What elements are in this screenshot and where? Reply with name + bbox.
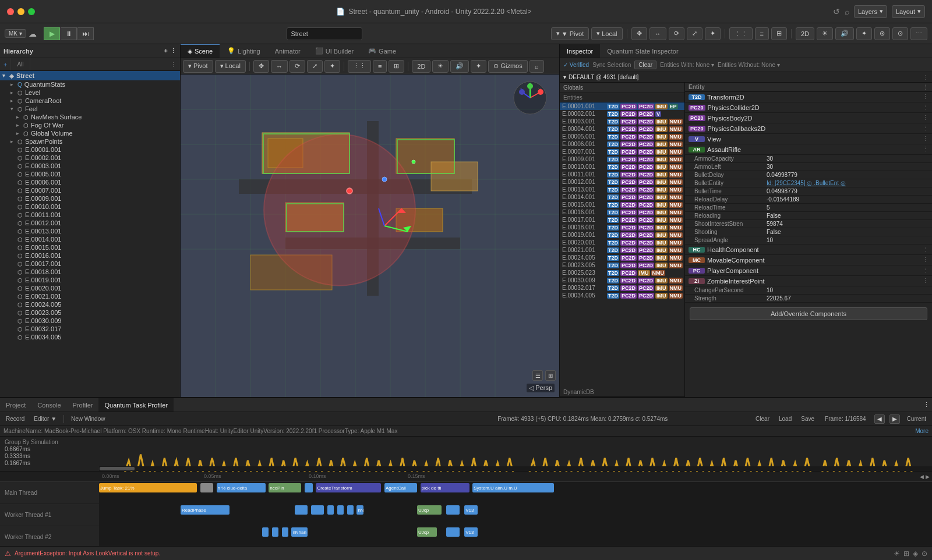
ruler-next-icon[interactable]: ▶ [926, 474, 930, 480]
scene-local-btn[interactable]: ▾ Local [215, 60, 246, 73]
prof-block-4[interactable]: UJcp [417, 527, 437, 537]
prof-block-0[interactable] [262, 527, 269, 537]
move-tool[interactable]: ✥ [631, 27, 647, 40]
tree-item-e00023[interactable]: ⬡ E.00023.005 [0, 309, 180, 317]
entity-row-25[interactable]: E.00034.005T2DPC2DPC2DIMUNMU [560, 292, 684, 299]
scene-tool-1[interactable]: ✥ [253, 60, 269, 73]
main-thread-content[interactable]: Jump Task: 21%n % clue-deltancoPinCreate… [99, 482, 932, 504]
scale-tool[interactable]: ⤢ [687, 27, 702, 40]
prof-block-1[interactable] [200, 483, 213, 492]
load-btn[interactable]: Load [776, 416, 794, 422]
scene-audio-btn[interactable]: 🔊 [450, 60, 469, 73]
scene-gizmos-btn[interactable]: ⊙ Gizmos [488, 60, 527, 73]
new-window-button[interactable]: New Window [69, 416, 107, 422]
more-comp-more-1[interactable]: ⋮ [922, 256, 929, 264]
prof-block-9[interactable]: V13 [464, 505, 477, 515]
entity-row-9[interactable]: E.00011.001T2DPC2DPC2DIMUNMU [560, 171, 684, 178]
layout-dropdown[interactable]: Layout ▾ [892, 5, 925, 18]
prof-block-2[interactable]: n % clue-delta [217, 483, 266, 492]
scene-grid-btn[interactable]: ⋮⋮ [348, 60, 371, 73]
entity-row-22[interactable]: E.00025.023T2DPC2DIMUNMU [560, 269, 684, 277]
entity-row-4[interactable]: E.00005.001T2DPC2DPC2DIMUNMU [560, 133, 684, 140]
cloud-icon[interactable]: ☁ [29, 29, 37, 38]
entity-row-0[interactable]: E.00001.001T2DPC2DPC2DIMUEP [560, 102, 684, 110]
graph-scrollbar[interactable] [99, 466, 932, 471]
tree-item-level[interactable]: ▸ ⬡ Level [0, 88, 180, 97]
entity-row-19[interactable]: E.00021.001T2DPC2DPC2DIMUNMU [560, 246, 684, 254]
prof-block-4[interactable] [305, 483, 313, 492]
search-icon[interactable]: ⌕ [845, 7, 849, 16]
prof-block-3[interactable]: ncoPin [269, 483, 301, 492]
tree-item-e00009[interactable]: ⬡ E.00009.001 [0, 194, 180, 203]
rotate-tool[interactable]: ⟳ [669, 27, 684, 40]
tree-item-spawnpoints[interactable]: ▸ ⬡ SpawnPoints [0, 137, 180, 146]
entity-row-16[interactable]: E.00018.001T2DPC2DPC2DIMUNMU [560, 224, 684, 231]
record-button[interactable]: Record [3, 416, 27, 422]
entity-row-15[interactable]: E.00017.001T2DPC2DPC2DIMUNMU [560, 216, 684, 224]
scene-root-item[interactable]: ▾ ◈ Street [0, 71, 180, 80]
entity-row-11[interactable]: E.00013.001T2DPC2DPC2DIMUNMU [560, 186, 684, 193]
entity-row-5[interactable]: E.00006.001T2DPC2DPC2DIMUNMU [560, 140, 684, 148]
entity-row-21[interactable]: E.00023.005T2DPC2DPC2DIMUNMU [560, 261, 684, 269]
prof-block-3[interactable] [327, 505, 334, 515]
prof-block-7[interactable]: UJcp [417, 505, 442, 515]
prof-block-0[interactable]: Jump Task: 21% [99, 483, 197, 492]
prof-block-1[interactable] [272, 527, 278, 537]
tree-item-e00002[interactable]: ⬡ E.00002.001 [0, 154, 180, 162]
fx-button[interactable]: ✦ [856, 27, 872, 40]
clear-button[interactable]: Clear [634, 61, 656, 69]
tree-item-e00013[interactable]: ⬡ E.00013.001 [0, 227, 180, 235]
tab-profiler[interactable]: Profiler [67, 398, 99, 412]
hierarchy-menu-icon[interactable]: ⋮ [170, 47, 176, 55]
tree-item-e00012[interactable]: ⬡ E.00012.001 [0, 219, 180, 227]
prof-block-4[interactable] [337, 505, 344, 515]
entity-row-7[interactable]: E.00009.001T2DPC2DPC2DIMUNMU [560, 155, 684, 163]
scene-corner-btn-1[interactable]: ☰ [532, 370, 543, 381]
2d-button[interactable]: 2D [796, 27, 814, 40]
save-btn[interactable]: Save [799, 416, 817, 422]
clear-profiler-btn[interactable]: Clear [753, 416, 772, 422]
entity-row-3[interactable]: E.00004.001T2DPC2DPC2DIMUNMU [560, 125, 684, 133]
editor-button[interactable]: Editor ▼ [31, 416, 59, 422]
tree-item-e00018[interactable]: ⬡ E.00018.001 [0, 268, 180, 276]
prof-block-3[interactable]: nNhan [291, 527, 308, 537]
scene-corner-btn-2[interactable]: ⊞ [545, 370, 556, 381]
layers-dropdown[interactable]: Layers ▾ [854, 5, 887, 18]
status-icon-1[interactable]: ☀ [894, 550, 900, 558]
comp-more-4[interactable]: ⋮ [922, 135, 929, 143]
tree-item-cameraroot[interactable]: ▸ ⬡ CameraRoot [0, 97, 180, 105]
tree-item-e00034[interactable]: ⬡ E.00034.005 [0, 333, 180, 341]
history-icon[interactable]: ↺ [833, 7, 840, 16]
lighting-button[interactable]: ☀ [817, 27, 833, 40]
hierarchy-add-icon[interactable]: + [164, 47, 168, 55]
tree-item-e00015[interactable]: ⬡ E.00015.001 [0, 243, 180, 251]
tab-animator[interactable]: Animator [268, 44, 308, 58]
tree-item-e00006[interactable]: ⬡ E.00006.001 [0, 178, 180, 186]
worker-thread-1-content[interactable]: ReadPhasenNhaiUJcpV13 [99, 504, 932, 526]
tree-item-e00021[interactable]: ⬡ E.00021.001 [0, 292, 180, 300]
entity-row-1[interactable]: E.00002.001T2DPC2DPC2DV [560, 110, 684, 118]
scene-fx-btn[interactable]: ✦ [471, 60, 486, 73]
comp-more-0[interactable]: ⋮ [922, 93, 929, 101]
hierarchy-all-tab[interactable]: All [11, 58, 30, 70]
scene-viewport[interactable]: X Y Z ◁ Persp ☰ ⊞ [181, 75, 559, 397]
worker-thread-2-content[interactable]: nNhanUJcpV13 [99, 526, 932, 548]
more-button[interactable]: ⋯ [910, 27, 927, 40]
pivot-button[interactable]: ▾ ▼ Pivot [551, 27, 589, 40]
tree-item-e00005[interactable]: ⬡ E.00005.001 [0, 170, 180, 178]
prof-block-8[interactable]: System.U aim.U m.U [472, 483, 554, 492]
tree-item-e00019[interactable]: ⬡ E.00019.001 [0, 276, 180, 284]
entity-row-17[interactable]: E.00019.001T2DPC2DPC2DIMUNMU [560, 231, 684, 239]
comp-more-3[interactable]: ⋮ [922, 125, 929, 132]
mk-button[interactable]: MK ▾ [5, 29, 26, 38]
bottom-tab-options[interactable]: ⋮ [920, 398, 932, 412]
tree-item-e00003[interactable]: ⬡ E.00003.001 [0, 162, 180, 170]
entity-row-6[interactable]: E.00007.001T2DPC2DPC2DIMUNMU [560, 148, 684, 155]
audio-button[interactable]: 🔊 [835, 27, 854, 40]
add-component-button[interactable]: Add/Override Components [690, 307, 927, 320]
entity-section-menu[interactable]: ⋮ [923, 84, 929, 90]
tree-item-e00011[interactable]: ⬡ E.00011.001 [0, 211, 180, 219]
tree-item-navmesh[interactable]: ▸ ⬡ NavMesh Surface [0, 113, 180, 121]
local-button[interactable]: ▾ Local [591, 27, 622, 40]
tree-item-feel[interactable]: ▾ ⬡ Feel [0, 105, 180, 113]
